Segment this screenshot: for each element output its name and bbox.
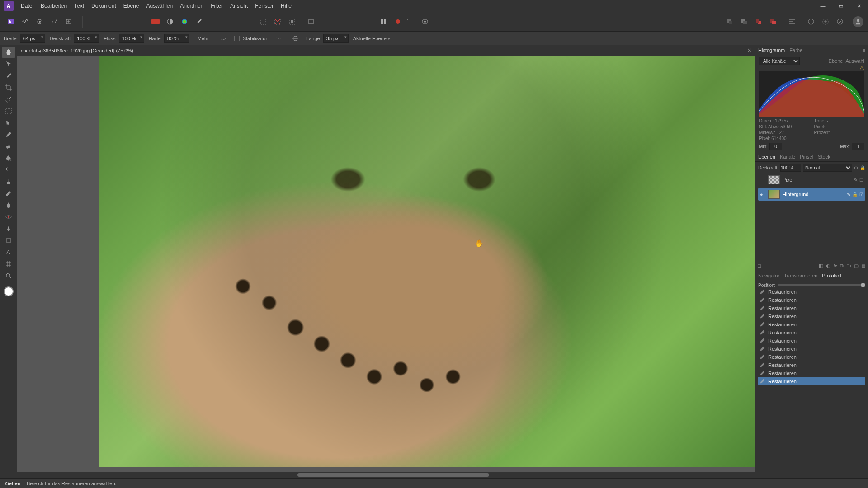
max-input[interactable] <box>852 143 864 150</box>
invert-select-icon[interactable] <box>286 15 298 28</box>
layer crop-icon[interactable]: ⧉ <box>840 263 844 269</box>
tab-pinsel[interactable]: Pinsel <box>800 154 813 160</box>
tab-protokoll[interactable]: Protokoll <box>822 273 841 278</box>
history-item[interactable]: Restaurieren <box>758 345 865 353</box>
order-frontone-icon[interactable] <box>752 15 765 28</box>
deckkraft-input[interactable] <box>74 34 99 43</box>
zoom-tool[interactable] <box>2 270 15 281</box>
close-button[interactable]: ✕ <box>850 0 868 12</box>
menu-fenster[interactable]: Fenster <box>255 3 274 9</box>
layer-group-icon[interactable]: 🗀 <box>846 263 851 269</box>
history-item[interactable]: Restaurieren <box>758 296 865 304</box>
horizontal-scrollbar[interactable] <box>17 472 755 478</box>
fill-tool[interactable] <box>2 153 15 164</box>
menu-filter[interactable]: Filter <box>211 3 223 9</box>
mesh-tool[interactable] <box>2 258 15 269</box>
colorpicker-tool[interactable] <box>2 70 15 81</box>
breite-input[interactable] <box>20 34 45 43</box>
history-item[interactable]: Restaurieren <box>758 377 865 385</box>
menu-datei[interactable]: Datei <box>21 3 33 9</box>
menu-text[interactable]: Text <box>74 3 84 9</box>
arrange-record-icon[interactable] <box>392 15 404 28</box>
layers-panel-menu-icon[interactable]: ≡ <box>863 154 865 160</box>
redeye-tool[interactable] <box>2 211 15 222</box>
select-all-icon[interactable] <box>257 15 269 28</box>
layer-row-pixel[interactable]: Pixel ✎☐ <box>758 174 865 186</box>
layer-row-hintergrund[interactable]: ● Hintergrund ✎🔒☑ <box>758 188 865 201</box>
flood-select-tool[interactable] <box>2 117 15 128</box>
paintbrush-tool[interactable] <box>2 129 15 140</box>
layer-opacity-input[interactable] <box>780 164 801 172</box>
position-slider[interactable] <box>778 284 865 286</box>
menu-anordnen[interactable]: Anordnen <box>180 3 203 9</box>
arrange-split-icon[interactable] <box>377 15 390 28</box>
canvas[interactable]: ✋ <box>17 56 755 472</box>
layer-edit-icon[interactable]: ✎ <box>854 178 858 183</box>
dodge-tool[interactable] <box>2 164 15 175</box>
erase-tool[interactable] <box>2 141 15 152</box>
persona-tone-icon[interactable] <box>48 15 61 28</box>
persona-liquify-icon[interactable] <box>19 15 32 28</box>
layer-lock-icon[interactable]: 🔒 <box>860 165 865 170</box>
autocolor-icon[interactable] <box>164 15 176 28</box>
menu-ebene[interactable]: Ebene <box>123 3 139 9</box>
histogram-panel-menu-icon[interactable]: ≡ <box>863 47 865 53</box>
order-back-icon[interactable] <box>723 15 736 28</box>
channel-select[interactable]: Alle Kanäle <box>759 57 800 65</box>
pen-tool[interactable] <box>2 223 15 234</box>
minimize-button[interactable]: — <box>814 0 832 12</box>
sync-add-icon[interactable] <box>819 15 832 28</box>
crop-dropdown-icon[interactable] <box>305 15 317 28</box>
sync-check-icon[interactable] <box>834 15 846 28</box>
sync-cloud-icon[interactable] <box>805 15 817 28</box>
blend-mode-select[interactable]: Normal <box>803 164 852 172</box>
history-item[interactable]: Restaurieren <box>758 288 865 296</box>
window-mode-icon[interactable] <box>289 32 302 45</box>
document-tab-close-icon[interactable]: ✕ <box>747 47 751 53</box>
history-item[interactable]: Restaurieren <box>758 304 865 312</box>
history-item[interactable]: Restaurieren <box>758 369 865 377</box>
tab-stock[interactable]: Stock <box>818 154 830 160</box>
haerte-input[interactable] <box>164 34 189 43</box>
rope-mode-icon[interactable] <box>272 32 284 45</box>
clone-tool[interactable] <box>2 176 15 187</box>
min-input[interactable] <box>769 143 782 150</box>
move-tool[interactable] <box>2 59 15 70</box>
layer-add-icon[interactable]: ▢ <box>854 263 859 269</box>
laenge-input[interactable] <box>323 34 349 43</box>
layer-maskmode-icon[interactable]: ◻ <box>757 263 761 269</box>
hand-tool[interactable] <box>2 47 15 58</box>
order-front-icon[interactable] <box>767 15 779 28</box>
layer-fx-add-icon[interactable]: fx <box>833 263 837 269</box>
maximize-button[interactable]: ▭ <box>832 0 850 12</box>
menu-hilfe[interactable]: Hilfe <box>281 3 292 9</box>
align-icon[interactable] <box>786 15 798 28</box>
smudge-tool[interactable] <box>2 200 15 211</box>
fluss-input[interactable] <box>119 34 144 43</box>
target-layer-dropdown[interactable]: Aktuelle Ebene <box>353 36 387 41</box>
history-item[interactable]: Restaurieren <box>758 328 865 337</box>
brush-dynamics-icon[interactable] <box>217 32 230 45</box>
persona-develop-icon[interactable] <box>33 15 46 28</box>
user-avatar[interactable] <box>853 16 863 27</box>
inpaint-tool[interactable] <box>2 188 15 199</box>
quick-mask-icon[interactable] <box>419 15 431 28</box>
history-item[interactable]: Restaurieren <box>758 361 865 369</box>
color-wheel-icon[interactable] <box>178 15 191 28</box>
tab-navigator[interactable]: Navigator <box>758 273 779 278</box>
foreground-color-swatch[interactable] <box>4 286 14 296</box>
layer-adjust-icon[interactable]: ◐ <box>826 263 830 269</box>
history-panel-menu-icon[interactable]: ≡ <box>863 273 865 278</box>
tab-histogramm[interactable]: Histogramm <box>758 47 785 53</box>
mehr-button[interactable]: Mehr <box>194 35 212 42</box>
layer-delete-icon[interactable]: 🗑 <box>861 263 866 269</box>
history-item[interactable]: Restaurieren <box>758 312 865 320</box>
marquee-tool[interactable] <box>2 106 15 117</box>
histogram-warning-icon[interactable]: ⚠ <box>859 65 864 71</box>
persona-photo-icon[interactable] <box>5 15 17 28</box>
layer-mask-icon[interactable]: ◧ <box>819 263 823 269</box>
tab-kanaele[interactable]: Kanäle <box>780 154 795 160</box>
tab-transformieren[interactable]: Transformieren <box>784 273 817 278</box>
layer-link-icon[interactable]: 🔒 <box>852 192 858 197</box>
history-item[interactable]: Restaurieren <box>758 337 865 345</box>
